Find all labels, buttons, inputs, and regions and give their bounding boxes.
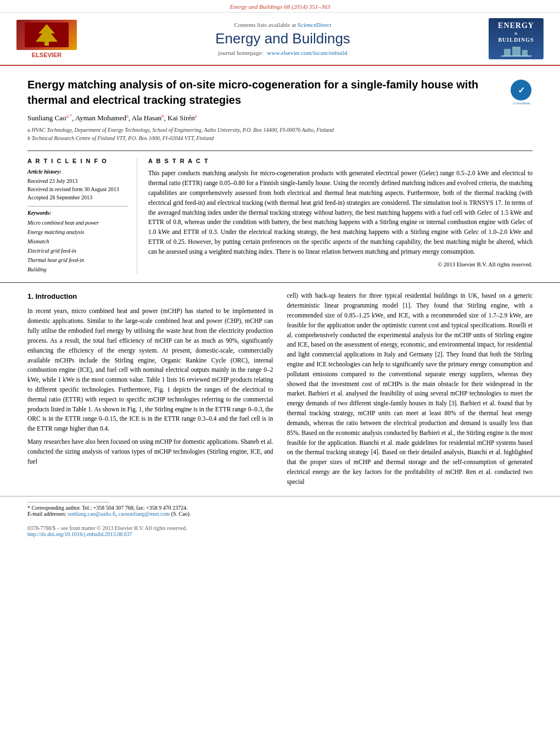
left-column: 1. Introduction In recent years, micro c… <box>27 291 273 490</box>
article-title-row: Energy matching analysis of on-site micr… <box>27 77 533 108</box>
keywords-label: Keywords: <box>27 210 128 216</box>
bottom-bar: 0378-7788/$ – see front matter © 2013 El… <box>0 522 560 540</box>
elsevier-logo-image <box>16 20 77 50</box>
abstract-panel: A B S T R A C T This paper conducts matc… <box>148 158 533 274</box>
elsevier-logo-area: ELSEVIER <box>16 20 77 58</box>
journal-title-center: Contents lists available at ScienceDirec… <box>77 21 489 56</box>
article-section: Energy matching analysis of on-site micr… <box>0 66 560 274</box>
copyright-line: © 2013 Elsevier B.V. All rights reserved… <box>148 261 533 267</box>
energy-buildings-logo: ENERGY & BUILDINGS <box>489 18 544 59</box>
main-content: 1. Introduction In recent years, micro c… <box>0 282 560 490</box>
journal-name-title: Energy and Buildings <box>88 30 478 47</box>
affiliations: a HVAC Technology, Department of Energy … <box>27 126 533 142</box>
affiliation-b: b Technical Research Centre of Finland V… <box>27 134 533 142</box>
right-column: cell) with back-up heaters for three typ… <box>287 291 533 490</box>
footnote-section: * Corresponding author. Tel.: +358 504 3… <box>0 496 560 520</box>
journal-header: ELSEVIER Contents lists available at Sci… <box>0 13 560 66</box>
svg-rect-3 <box>504 49 511 55</box>
right-para1: cell) with back-up heaters for three typ… <box>287 291 533 487</box>
elsevier-wordmark: ELSEVIER <box>32 52 61 58</box>
svg-rect-6 <box>501 55 531 57</box>
article-info-heading: A R T I C L E I N F O <box>27 158 128 164</box>
contents-available-line: Contents lists available at ScienceDirec… <box>88 21 478 28</box>
article-info-abstract-row: A R T I C L E I N F O Article history: R… <box>27 150 533 274</box>
doi-link[interactable]: http://dx.doi.org/10.1016/j.enbuild.2013… <box>27 531 132 537</box>
article-title: Energy matching analysis of on-site micr… <box>27 77 502 108</box>
footnote-star: * Corresponding author. Tel.: +358 504 3… <box>27 505 533 511</box>
email-link-2[interactable]: caosunliang@msn.com <box>119 511 170 517</box>
history-label: Article history: <box>27 169 128 175</box>
intro-para2: Many researches have also been focused o… <box>27 437 273 466</box>
journal-reference: Energy and Buildings 68 (2014) 351–363 <box>230 3 331 10</box>
footnote-email: E-mail addresses: sunliang.cao@aalto.fi,… <box>27 511 533 517</box>
crossmark-icon[interactable]: ✓ <box>511 80 531 101</box>
abstract-heading: A B S T R A C T <box>148 158 533 164</box>
intro-heading: 1. Introduction <box>27 291 273 302</box>
crossmark-badge[interactable]: ✓ CrossMark <box>511 80 533 102</box>
svg-rect-4 <box>512 47 520 55</box>
authors-line: Sunliang Caoa,*, Ayman Mohameda, Ala Has… <box>27 113 533 122</box>
sciencedirect-link[interactable]: ScienceDirect <box>298 21 332 28</box>
received-date: Received 23 July 2013 Received in revise… <box>27 177 128 202</box>
keywords-list: Micro combined heat and power Energy mat… <box>27 218 128 274</box>
journal-homepage-line: journal homepage: www.elsevier.com/locat… <box>88 49 478 56</box>
intro-para1: In recent years, micro combined heat and… <box>27 306 273 434</box>
svg-rect-5 <box>522 50 528 55</box>
author-names: Sunliang Caoa,*, Ayman Mohameda, Ala Has… <box>27 114 197 122</box>
issn-line: 0378-7788/$ – see front matter © 2013 El… <box>27 525 533 531</box>
abstract-text: This paper conducts matching analysis fo… <box>148 169 533 256</box>
email-link-1[interactable]: sunliang.cao@aalto.fi <box>68 511 116 517</box>
affiliation-a: a HVAC Technology, Department of Energy … <box>27 126 533 134</box>
journal-reference-bar: Energy and Buildings 68 (2014) 351–363 <box>0 0 560 13</box>
two-column-content: 1. Introduction In recent years, micro c… <box>27 291 533 490</box>
svg-rect-2 <box>44 42 49 46</box>
journal-homepage-link[interactable]: www.elsevier.com/locate/enbuild <box>267 49 348 56</box>
article-info-panel: A R T I C L E I N F O Article history: R… <box>27 158 137 274</box>
